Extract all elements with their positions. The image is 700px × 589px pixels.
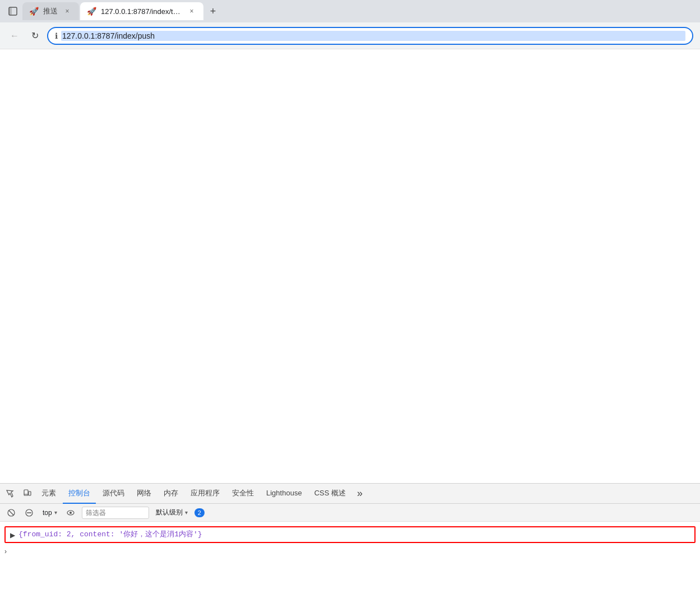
devtools-tab-elements[interactable]: 元素 xyxy=(36,484,62,504)
devtools-tab-sources[interactable]: 源代码 xyxy=(97,484,130,504)
context-label: top xyxy=(43,509,52,517)
tab1-close-btn[interactable]: × xyxy=(62,6,72,16)
tab-push[interactable]: 🚀 推送 × xyxy=(22,2,79,20)
expand-arrow-icon[interactable]: ▶ xyxy=(10,530,15,540)
devtools-tab-network[interactable]: 网络 xyxy=(131,484,157,504)
address-bar[interactable]: ℹ 127.0.0.1:8787/index/push xyxy=(47,27,693,45)
console-toolbar: top ▾ 默认级别 ▾ 2 xyxy=(0,504,700,522)
sidebar-toggle-btn[interactable] xyxy=(4,3,21,20)
tab2-favicon: 🚀 xyxy=(87,7,96,16)
refresh-button[interactable]: ↻ xyxy=(27,28,43,44)
devtools-tab-application[interactable]: 应用程序 xyxy=(185,484,225,504)
page-content xyxy=(0,49,700,483)
svg-rect-1 xyxy=(9,7,12,15)
tab2-close-btn[interactable]: × xyxy=(187,6,197,16)
devtools-panel: 元素 控制台 源代码 网络 内存 应用程序 安全性 Lighthouse xyxy=(0,483,700,589)
devtools-tab-console[interactable]: 控制台 xyxy=(63,484,96,504)
svg-point-10 xyxy=(69,512,72,514)
address-url[interactable]: 127.0.0.1:8787/index/push xyxy=(61,31,685,41)
clear-console-btn[interactable] xyxy=(4,506,18,520)
context-chevron-icon: ▾ xyxy=(54,509,57,516)
no-entry-btn[interactable] xyxy=(22,506,36,520)
address-bar-area: ← ↻ ℹ 127.0.0.1:8787/index/push xyxy=(0,22,700,49)
tab2-title: 127.0.0.1:8787/index/testpush xyxy=(101,7,182,16)
tab-bar: 🚀 推送 × 🚀 127.0.0.1:8787/index/testpush ×… xyxy=(0,0,700,22)
devtools-tab-toolbar: 元素 控制台 源代码 网络 内存 应用程序 安全性 Lighthouse xyxy=(0,484,700,504)
devtools-tab-lighthouse[interactable]: Lighthouse xyxy=(261,484,308,504)
tab1-title: 推送 xyxy=(43,6,58,16)
svg-line-6 xyxy=(9,511,13,515)
devtools-tab-security[interactable]: 安全性 xyxy=(226,484,259,504)
console-log-entry[interactable]: ▶ {from_uid: 2, content: '你好，这个是消1内容'} xyxy=(4,526,696,543)
console-prompt-icon: › xyxy=(4,548,7,555)
message-count-badge: 2 xyxy=(194,508,205,517)
console-output: ▶ {from_uid: 2, content: '你好，这个是消1内容'} › xyxy=(0,522,700,589)
devtools-tab-css-overview[interactable]: CSS 概述 xyxy=(309,484,351,504)
new-tab-button[interactable]: + xyxy=(205,3,221,20)
info-icon[interactable]: ℹ xyxy=(55,31,58,40)
level-label: 默认级别 xyxy=(156,508,183,517)
live-expression-btn[interactable] xyxy=(64,506,77,520)
browser-window: 🚀 推送 × 🚀 127.0.0.1:8787/index/testpush ×… xyxy=(0,0,700,589)
log-text: {from_uid: 2, content: '你好，这个是消1内容'} xyxy=(18,529,202,540)
tab1-favicon: 🚀 xyxy=(29,7,39,16)
tab-testpush[interactable]: 🚀 127.0.0.1:8787/index/testpush × xyxy=(80,2,203,20)
level-chevron-icon: ▾ xyxy=(185,509,188,516)
back-button[interactable]: ← xyxy=(7,28,22,44)
log-level-selector[interactable]: 默认级别 ▾ xyxy=(154,507,190,518)
svg-rect-3 xyxy=(29,491,31,495)
filter-input[interactable] xyxy=(82,507,149,519)
devtools-inspect-btn[interactable] xyxy=(2,486,18,502)
console-input-line: › xyxy=(0,545,700,558)
context-selector[interactable]: top ▾ xyxy=(40,508,59,518)
devtools-tab-memory[interactable]: 内存 xyxy=(158,484,184,504)
devtools-device-btn[interactable] xyxy=(19,486,35,502)
devtools-more-tabs-btn[interactable]: » xyxy=(353,484,367,504)
